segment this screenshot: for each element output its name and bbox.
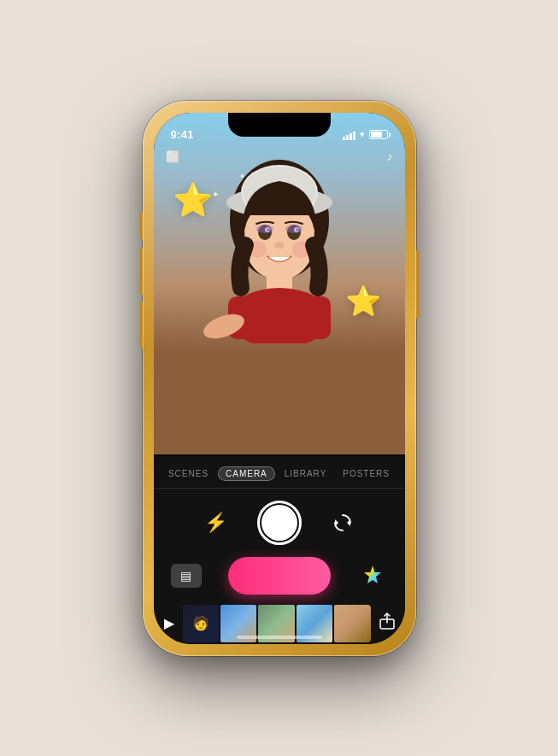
tab-posters[interactable]: POSTERS bbox=[336, 467, 396, 480]
subtitle-button[interactable]: ▤ bbox=[171, 564, 202, 588]
svg-point-15 bbox=[256, 225, 273, 233]
flip-camera-button[interactable] bbox=[329, 509, 356, 536]
shutter-inner bbox=[261, 505, 297, 541]
tab-camera[interactable]: CAMERA bbox=[218, 466, 275, 481]
subtitle-icon: ▤ bbox=[180, 569, 191, 583]
tab-bar: SCENES CAMERA LIBRARY POSTERS bbox=[154, 456, 405, 489]
svg-marker-22 bbox=[347, 519, 350, 526]
phone-screen: 9:41 ▾ ⬜ ♪ bbox=[154, 113, 405, 644]
phone-frame: 9:41 ▾ ⬜ ♪ bbox=[143, 101, 416, 656]
home-indicator[interactable] bbox=[237, 636, 322, 639]
controls-area: SCENES CAMERA LIBRARY POSTERS ⚡ bbox=[154, 456, 405, 644]
flip-icon bbox=[333, 513, 352, 532]
music-button[interactable]: ♪ bbox=[387, 149, 393, 164]
timeline-thumb-1[interactable]: 🧑 bbox=[183, 605, 219, 642]
play-button[interactable]: ▶ bbox=[164, 615, 174, 631]
timeline-thumb-5[interactable] bbox=[334, 605, 370, 642]
sparkle-2: ✦ bbox=[239, 173, 245, 180]
star-emoji-bottom-right: ⭐ bbox=[345, 284, 381, 318]
status-icons: ▾ bbox=[343, 129, 388, 140]
notch bbox=[228, 113, 331, 137]
power-button[interactable] bbox=[416, 250, 419, 319]
signal-strength-icon bbox=[343, 130, 355, 140]
storyboard-button[interactable]: ⬜ bbox=[166, 149, 179, 164]
export-icon bbox=[379, 612, 395, 630]
wifi-icon: ▾ bbox=[360, 129, 365, 140]
export-button[interactable] bbox=[379, 612, 395, 634]
tab-scenes[interactable]: SCENES bbox=[162, 467, 215, 480]
effects-star-icon bbox=[361, 564, 385, 588]
tab-library[interactable]: LIBRARY bbox=[278, 467, 334, 480]
action-row: ▤ bbox=[154, 554, 405, 601]
volume-up-button[interactable] bbox=[140, 248, 143, 295]
flash-button[interactable]: ⚡ bbox=[203, 509, 230, 536]
camera-viewfinder: ⭐ ⭐ ✦ ✦ ✦ ✦ bbox=[154, 113, 405, 454]
svg-marker-23 bbox=[335, 519, 338, 526]
battery-icon bbox=[369, 130, 388, 139]
record-button[interactable] bbox=[228, 557, 331, 595]
camera-controls: ⚡ bbox=[154, 489, 405, 554]
star-emoji-top-left: ⭐ bbox=[173, 181, 213, 219]
svg-rect-3 bbox=[228, 296, 331, 339]
shutter-button[interactable] bbox=[257, 501, 302, 545]
svg-point-16 bbox=[285, 225, 302, 233]
status-time: 9:41 bbox=[171, 128, 194, 141]
volume-silent-button[interactable] bbox=[140, 212, 143, 239]
effects-button[interactable] bbox=[357, 560, 388, 591]
volume-down-button[interactable] bbox=[140, 302, 143, 349]
music-icon: ♪ bbox=[387, 149, 393, 163]
flash-icon: ⚡ bbox=[204, 512, 227, 534]
svg-point-17 bbox=[274, 242, 285, 249]
